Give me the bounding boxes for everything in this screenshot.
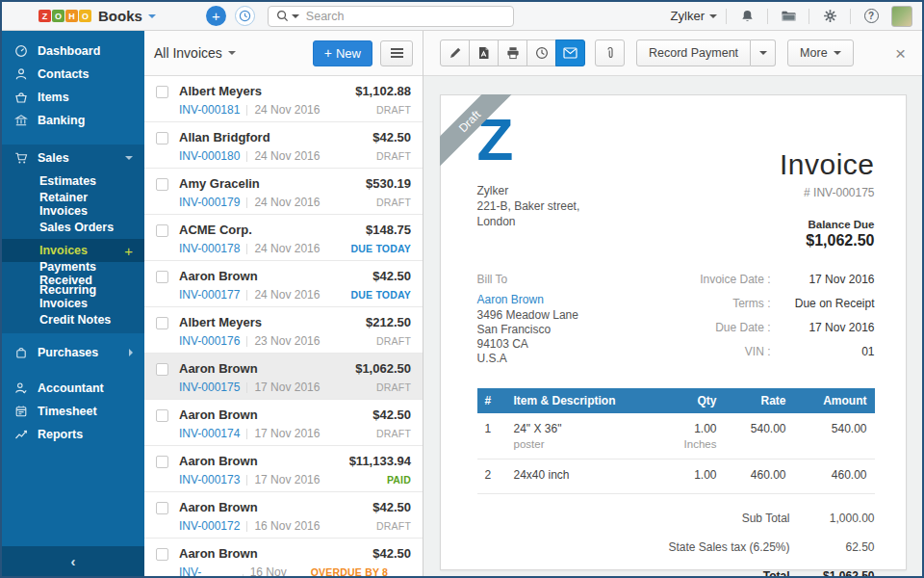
divider bbox=[246, 151, 247, 162]
chevron-down-icon bbox=[228, 51, 236, 55]
row-checkbox[interactable] bbox=[156, 271, 168, 283]
invoice-list-row[interactable]: Albert Meyers $1,102.88 INV-000181 24 No… bbox=[144, 76, 423, 122]
meta-row: Terms : Due on Receipt bbox=[700, 297, 874, 310]
sidebar-item-payments-received[interactable]: Payments Received bbox=[2, 262, 144, 285]
sidebar-item-estimates[interactable]: Estimates bbox=[2, 170, 144, 193]
record-payment-button[interactable]: Record Payment bbox=[636, 39, 751, 66]
invoice-amount: $42.50 bbox=[372, 407, 411, 422]
invoice-amount: $42.50 bbox=[372, 500, 411, 514]
sidebar-item-accountant[interactable]: Accountant bbox=[2, 377, 144, 400]
help-button[interactable]: ? bbox=[860, 9, 883, 23]
documents-button[interactable] bbox=[777, 9, 800, 23]
item-qty: 1.00 bbox=[677, 422, 717, 435]
close-detail-button[interactable]: × bbox=[895, 44, 906, 63]
item-rate: 460.00 bbox=[725, 460, 794, 494]
sidebar-item-contacts[interactable]: Contacts bbox=[2, 63, 144, 86]
invoice-date: 24 Nov 2016 bbox=[254, 103, 320, 117]
customer-link[interactable]: Aaron Brown bbox=[477, 293, 578, 306]
invoice-list-row[interactable]: Albert Meyers $212.50 INV-000176 23 Nov … bbox=[144, 307, 423, 354]
row-checkbox[interactable] bbox=[156, 363, 168, 376]
settings-button[interactable] bbox=[818, 9, 841, 23]
more-button[interactable]: More bbox=[787, 39, 853, 66]
invoice-list-row[interactable]: Allan Bridgford $42.50 INV-000180 24 Nov… bbox=[144, 122, 423, 169]
sidebar-item-recurring-invoices[interactable]: Recurring Invoices bbox=[2, 285, 144, 308]
add-invoice-icon[interactable]: + bbox=[124, 243, 133, 259]
edit-button[interactable] bbox=[440, 39, 470, 66]
invoice-list-row[interactable]: Aaron Brown $42.50 INV-000171 16 Nov 201… bbox=[144, 539, 423, 576]
row-checkbox[interactable] bbox=[156, 178, 168, 191]
zoho-books-logo[interactable]: Z O H O Books bbox=[38, 8, 156, 24]
search-scope-caret[interactable] bbox=[292, 14, 299, 18]
invoice-number-link[interactable]: INV-000179 bbox=[179, 196, 240, 209]
invoice-list-row[interactable]: Amy Gracelin $530.19 INV-000179 24 Nov 2… bbox=[144, 169, 423, 215]
sidebar-item-reports[interactable]: Reports bbox=[2, 423, 144, 446]
search-input[interactable] bbox=[306, 10, 505, 23]
logo-letter-tile: O bbox=[52, 10, 64, 22]
invoice-number-link[interactable]: INV-000180 bbox=[179, 149, 240, 163]
invoice-list-row[interactable]: ACME Corp. $148.75 INV-000178 24 Nov 201… bbox=[144, 215, 423, 261]
row-checkbox[interactable] bbox=[156, 132, 168, 144]
balance-due-value: $1,062.50 bbox=[780, 232, 875, 250]
email-button[interactable] bbox=[555, 39, 585, 66]
org-switcher[interactable]: Zylker bbox=[671, 9, 717, 23]
sidebar-item-sales-orders[interactable]: Sales Orders bbox=[2, 216, 144, 239]
sidebar-collapse-button[interactable]: ‹ bbox=[2, 546, 144, 576]
sidebar-item-dashboard[interactable]: Dashboard bbox=[2, 39, 144, 63]
record-payment-caret[interactable] bbox=[751, 39, 776, 66]
zoho-books-app: { "icons": { "plus": "+", "close": "\u00… bbox=[0, 0, 924, 578]
list-filter-dropdown[interactable]: All Invoices bbox=[154, 45, 236, 61]
invoice-list-row[interactable]: Aaron Brown $11,133.94 INV-000173 17 Nov… bbox=[144, 446, 423, 492]
reminder-button[interactable] bbox=[526, 39, 556, 66]
meta-label: Due Date : bbox=[715, 321, 770, 334]
recent-activity-button[interactable] bbox=[235, 6, 255, 26]
line-item-row: 1 24" X 36" poster 1.00 Inches 540.00 bbox=[477, 413, 875, 460]
chart-line-icon bbox=[13, 428, 29, 441]
sidebar-item-credit-notes[interactable]: Credit Notes bbox=[2, 308, 144, 331]
quick-create-button[interactable]: + bbox=[206, 6, 226, 26]
row-checkbox[interactable] bbox=[156, 548, 168, 561]
gear-icon bbox=[823, 9, 837, 23]
logo-letter-tile: Z bbox=[38, 10, 51, 22]
row-checkbox[interactable] bbox=[156, 409, 168, 422]
invoice-number-link[interactable]: INV-000172 bbox=[179, 519, 240, 533]
invoice-document: Draft Z Zylker 221-B, Baker street, Lond… bbox=[440, 94, 907, 570]
row-checkbox[interactable] bbox=[156, 224, 168, 237]
sidebar-item-items[interactable]: Items bbox=[2, 86, 144, 109]
row-checkbox[interactable] bbox=[156, 86, 168, 98]
sidebar-item-banking[interactable]: Banking bbox=[2, 109, 144, 132]
pencil-icon bbox=[449, 46, 462, 60]
invoice-number-link[interactable]: INV-000171 bbox=[179, 565, 236, 576]
sidebar-item-purchases[interactable]: Purchases bbox=[2, 341, 144, 364]
list-options-button[interactable] bbox=[380, 40, 413, 66]
invoice-list-row[interactable]: Aaron Brown $1,062.50 INV-000175 17 Nov … bbox=[144, 354, 423, 400]
print-button[interactable] bbox=[498, 39, 527, 66]
sidebar-item-invoices[interactable]: Invoices + bbox=[2, 239, 144, 262]
invoice-number-link[interactable]: INV-000175 bbox=[179, 381, 240, 394]
row-checkbox[interactable] bbox=[156, 317, 168, 329]
customer-name: Aaron Brown bbox=[179, 454, 258, 468]
new-invoice-button[interactable]: + New bbox=[313, 40, 372, 66]
invoice-list-row[interactable]: Aaron Brown $42.50 INV-000177 24 Nov 201… bbox=[144, 261, 423, 307]
pdf-button[interactable] bbox=[469, 39, 499, 66]
sidebar-item-timesheet[interactable]: Timesheet bbox=[2, 400, 144, 423]
meta-label: Invoice Date : bbox=[700, 273, 770, 286]
row-checkbox[interactable] bbox=[156, 456, 168, 468]
invoice-meta: Invoice Date : 17 Nov 2016 Terms : Due o… bbox=[700, 273, 874, 369]
divider bbox=[808, 9, 809, 24]
invoice-number-link[interactable]: INV-000178 bbox=[179, 242, 240, 255]
invoice-number-link[interactable]: INV-000173 bbox=[179, 473, 240, 486]
invoice-number-link[interactable]: INV-000177 bbox=[179, 288, 240, 302]
attachment-button[interactable] bbox=[595, 39, 625, 66]
row-checkbox[interactable] bbox=[156, 502, 168, 514]
notifications-button[interactable] bbox=[735, 9, 758, 23]
invoice-number-link[interactable]: INV-000174 bbox=[179, 427, 240, 440]
item-amount: 460.00 bbox=[794, 460, 875, 494]
sidebar-item-sales[interactable]: Sales bbox=[2, 146, 144, 170]
global-search[interactable] bbox=[268, 6, 514, 27]
user-avatar[interactable] bbox=[891, 6, 912, 27]
sidebar-item-retainer-invoices[interactable]: Retainer Invoices bbox=[2, 193, 144, 216]
invoice-list-row[interactable]: Aaron Brown $42.50 INV-000174 17 Nov 201… bbox=[144, 400, 423, 446]
invoice-list-row[interactable]: Aaron Brown $42.50 INV-000172 16 Nov 201… bbox=[144, 492, 423, 539]
invoice-number-link[interactable]: INV-000181 bbox=[179, 103, 240, 117]
invoice-number-link[interactable]: INV-000176 bbox=[179, 334, 240, 348]
